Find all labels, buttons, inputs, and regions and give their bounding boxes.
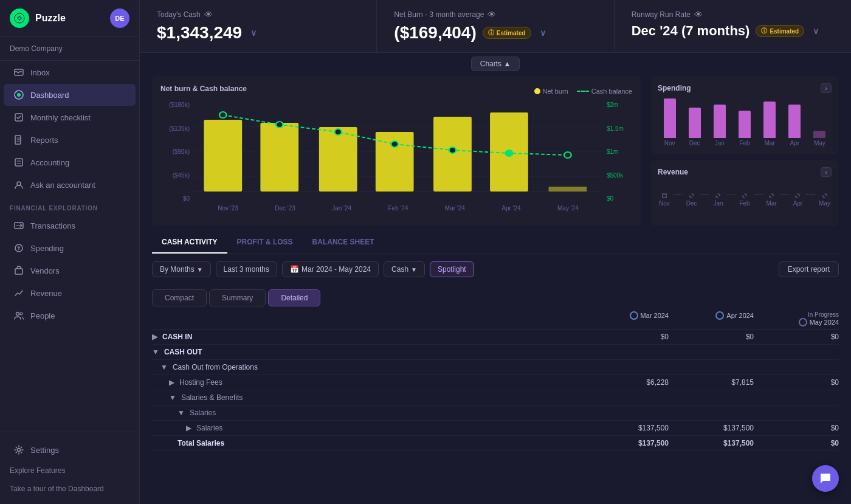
people-icon	[13, 310, 24, 321]
sidebar-item-accounting[interactable]: Accounting	[4, 151, 136, 173]
sidebar-item-ask-accountant[interactable]: Ask an accountant	[4, 174, 136, 196]
financial-nav: Transactions Spending Vendors Revenue Pe…	[0, 214, 139, 327]
sidebar-item-revenue[interactable]: Revenue	[4, 282, 136, 304]
export-report-button[interactable]: Export report	[779, 261, 839, 277]
filters-row: By Months ▼ Last 3 months 📅 Mar 2024 - M…	[140, 254, 851, 285]
table-row: ▶ Salaries $137,500 $137,500 $0	[152, 421, 839, 436]
bar	[664, 98, 676, 138]
estimated-badge: ⓘ Estimated	[483, 27, 531, 39]
spending-chart: Spending › Nov Dec Jan	[650, 76, 839, 154]
status-circle	[715, 311, 724, 320]
metric-net-burn: Net Burn - 3 month average 👁 ($169,404) …	[377, 0, 614, 52]
tabs-row: CASH ACTIVITY PROFIT & LOSS BALANCE SHEE…	[152, 232, 839, 254]
expand-icon[interactable]: ▶	[169, 378, 174, 387]
chevron-down-icon[interactable]: ∨	[540, 28, 546, 38]
chevron-down-icon[interactable]: ∨	[250, 28, 257, 38]
app-name: Puzzle	[35, 13, 66, 24]
dot	[742, 193, 747, 198]
side-charts: Spending › Nov Dec Jan	[650, 76, 839, 226]
eye-icon[interactable]: 👁	[204, 10, 213, 19]
company-name: Demo Company	[0, 37, 139, 61]
sidebar-item-vendors[interactable]: Vendors	[4, 260, 136, 281]
sidebar-item-people[interactable]: People	[4, 305, 136, 326]
user-avatar[interactable]: DE	[110, 9, 129, 28]
svg-rect-8	[15, 159, 22, 166]
dot	[689, 193, 694, 198]
row-value-apr: $7,815	[669, 378, 754, 387]
sidebar-item-inbox[interactable]: Inbox	[4, 61, 136, 83]
sidebar-item-label: Vendors	[30, 266, 60, 275]
charts-area: Net burn & Cash balance Net burn Cash ba…	[140, 71, 851, 232]
chevron-down-icon: ▼	[411, 266, 417, 273]
dot	[769, 193, 774, 198]
sidebar-item-reports[interactable]: Reports	[4, 129, 136, 151]
sidebar-item-transactions[interactable]: Transactions	[4, 215, 136, 236]
svg-point-9	[17, 182, 21, 185]
dot-jan: Jan	[713, 193, 723, 207]
svg-point-29	[276, 122, 283, 128]
sidebar-item-settings[interactable]: Settings	[4, 439, 136, 461]
tab-profit-loss[interactable]: PROFIT & LOSS	[227, 232, 303, 254]
chevron-down-icon[interactable]: ∨	[813, 26, 819, 36]
tab-cash-activity[interactable]: CASH ACTIVITY	[152, 232, 227, 254]
svg-point-15	[18, 449, 21, 452]
dot	[715, 193, 720, 198]
tab-balance-sheet[interactable]: BALANCE SHEET	[303, 232, 384, 254]
legend-cash-balance: Cash balance	[577, 88, 632, 95]
status-circle	[799, 318, 807, 326]
eye-icon[interactable]: 👁	[694, 10, 703, 19]
expand-icon[interactable]: ▼	[160, 363, 168, 371]
row-label: ▶ CASH IN	[152, 333, 584, 341]
svg-rect-22	[260, 123, 298, 192]
table-row: ▶ Hosting Fees $6,228 $7,815 $0	[152, 375, 839, 390]
expand-icon[interactable]: ▶	[186, 424, 191, 432]
sidebar-item-dashboard[interactable]: Dashboard	[4, 84, 136, 106]
spotlight-button[interactable]: Spotlight	[430, 261, 474, 277]
dot-feb: Feb	[739, 193, 749, 207]
by-months-button[interactable]: By Months ▼	[152, 261, 211, 277]
chevron-down-icon: ▼	[197, 266, 203, 273]
table-header: Mar 2024 Apr 2024 In Progress May 2024	[152, 306, 839, 330]
sidebar-item-label: Revenue	[30, 289, 62, 298]
col-name	[152, 311, 584, 326]
last-months-button[interactable]: Last 3 months	[216, 261, 277, 277]
logo-area: Puzzle	[10, 9, 66, 28]
bar-mar: Mar	[759, 102, 780, 147]
sidebar-item-label: Reports	[30, 136, 58, 145]
detailed-view-button[interactable]: Detailed	[268, 289, 320, 306]
svg-rect-27	[549, 187, 587, 192]
expand-icon[interactable]: ▼	[177, 409, 185, 417]
spending-expand-button[interactable]: ›	[821, 83, 832, 93]
cash-dropdown-button[interactable]: Cash ▼	[384, 261, 425, 277]
date-range-button[interactable]: 📅 Mar 2024 - May 2024	[282, 261, 379, 277]
sidebar-item-spending[interactable]: Spending	[4, 237, 136, 259]
svg-point-33	[506, 150, 513, 156]
expand-icon[interactable]: ▶	[152, 333, 157, 341]
sidebar-item-monthly-checklist[interactable]: Monthly checklist	[4, 106, 136, 128]
tour-link[interactable]: Take a tour of the Dashboard	[0, 480, 139, 498]
view-options: Compact Summary Detailed	[140, 285, 851, 306]
revenue-expand-button[interactable]: ›	[821, 167, 832, 177]
sidebar-item-label: Transactions	[30, 221, 75, 230]
bar-jan: Jan	[709, 105, 730, 147]
sidebar-item-label: People	[30, 311, 55, 320]
sidebar-item-label: Spending	[30, 244, 64, 253]
dot-nov: Nov	[659, 193, 670, 207]
expand-icon[interactable]: ▼	[169, 393, 176, 402]
charts-toggle-button[interactable]: Charts ▲	[471, 57, 520, 71]
metric-title: Runway Run Rate 👁	[632, 10, 834, 19]
calendar-icon: 📅	[290, 265, 299, 274]
dot	[662, 193, 667, 198]
metric-todays-cash: Today's Cash 👁 $1,343,249 ∨	[140, 0, 377, 52]
table-row: ▶ CASH IN $0 $0 $0	[152, 330, 839, 345]
dashboard-icon	[13, 89, 24, 100]
row-value-apr: $137,500	[669, 439, 754, 447]
expand-icon[interactable]: ▼	[152, 348, 159, 356]
chat-button[interactable]	[812, 465, 839, 492]
eye-icon[interactable]: 👁	[488, 10, 496, 19]
compact-view-button[interactable]: Compact	[152, 289, 207, 306]
svg-point-1	[18, 17, 21, 19]
explore-features-link[interactable]: Explore Features	[0, 461, 139, 480]
revenue-chart: Revenue › Nov Dec Ja	[650, 160, 839, 226]
summary-view-button[interactable]: Summary	[209, 289, 266, 306]
